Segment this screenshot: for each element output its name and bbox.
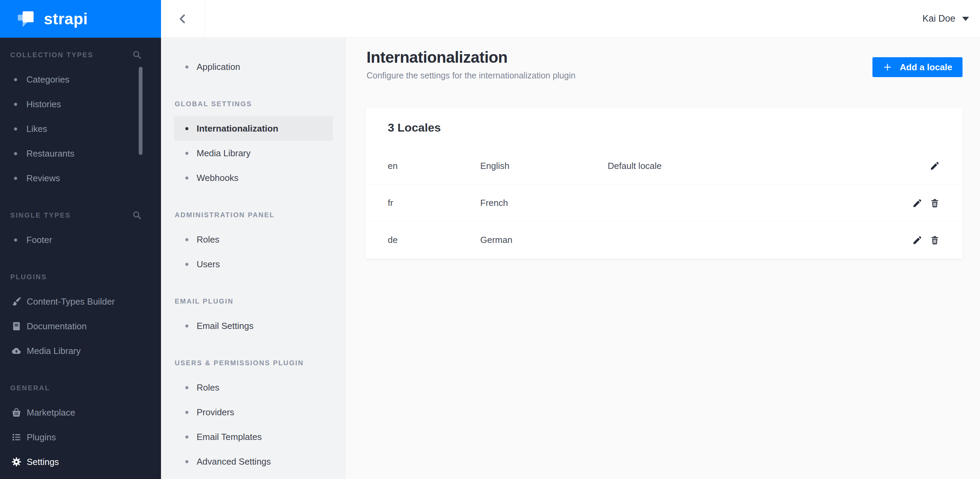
settings-nav-item-media-library[interactable]: Media Library — [174, 141, 333, 166]
bullet-icon — [14, 152, 17, 155]
locale-row-de: de German — [366, 221, 963, 258]
sidebar-item-content-types-builder[interactable]: Content-Types Builder — [0, 289, 161, 314]
sidebar-item-restaurants[interactable]: Restaurants — [0, 141, 161, 166]
delete-locale-button[interactable] — [929, 234, 940, 246]
section-header-collection-types: COLLECTION TYPES — [0, 43, 161, 67]
main-sidebar-nav: COLLECTION TYPES Categories Histories Li… — [0, 38, 161, 474]
settings-nav-item-up-email-templates[interactable]: Email Templates — [174, 425, 333, 449]
section-header-general: GENERAL — [0, 376, 161, 400]
settings-nav-header-users-permissions-plugin: USERS & PERMISSIONS PLUGIN — [161, 350, 346, 375]
bullet-icon — [185, 436, 188, 439]
strapi-logo[interactable]: strapi — [0, 0, 161, 38]
page-subtitle: Configure the settings for the internati… — [366, 71, 576, 81]
bullet-icon — [185, 386, 188, 389]
user-name: Kai Doe — [923, 13, 955, 24]
main-sidebar: strapi COLLECTION TYPES Categories Histo… — [0, 0, 161, 479]
sidebar-item-settings[interactable]: Settings — [0, 450, 161, 474]
sidebar-scrollbar-thumb[interactable] — [139, 67, 143, 155]
locale-name: English — [480, 161, 608, 171]
sidebar-item-documentation[interactable]: Documentation — [0, 314, 161, 339]
locale-code: de — [388, 235, 480, 245]
settings-nav-item-email-settings[interactable]: Email Settings — [174, 313, 333, 338]
cloud-upload-icon — [10, 345, 22, 357]
locale-name: French — [480, 198, 608, 208]
settings-nav-item-webhooks[interactable]: Webhooks — [174, 166, 333, 190]
settings-nav-item-internationalization[interactable]: Internationalization — [174, 116, 333, 141]
brush-icon — [10, 295, 22, 308]
settings-nav-header-administration-panel: ADMINISTRATION PANEL — [161, 202, 346, 227]
sidebar-item-footer[interactable]: Footer — [0, 228, 161, 252]
caret-down-icon — [962, 17, 969, 21]
strapi-logo-icon — [18, 11, 35, 27]
row-actions — [929, 160, 940, 172]
sidebar-item-media-library[interactable]: Media Library — [0, 339, 161, 363]
settings-nav-item-admin-roles[interactable]: Roles — [174, 227, 333, 252]
settings-nav-item-up-advanced-settings[interactable]: Advanced Settings — [174, 449, 333, 474]
list-icon — [10, 431, 22, 443]
bullet-icon — [14, 78, 17, 81]
row-actions — [912, 234, 940, 246]
sidebar-item-likes[interactable]: Likes — [0, 116, 161, 141]
settings-nav-item-application[interactable]: Application — [174, 54, 333, 79]
settings-nav-header-global-settings: GLOBAL SETTINGS — [161, 91, 346, 116]
sidebar-item-histories[interactable]: Histories — [0, 92, 161, 116]
locale-name: German — [480, 235, 608, 245]
bullet-icon — [185, 411, 188, 414]
main-content: Internationalization Configure the setti… — [346, 38, 980, 479]
top-header: Kai Doe — [161, 0, 980, 38]
sidebar-item-plugins[interactable]: Plugins — [0, 425, 161, 450]
plus-icon — [883, 62, 892, 72]
add-locale-button[interactable]: Add a locale — [872, 57, 963, 77]
edit-locale-button[interactable] — [929, 160, 940, 172]
settings-nav-item-up-roles[interactable]: Roles — [174, 375, 333, 400]
search-icon[interactable] — [132, 210, 142, 220]
settings-nav-header-email-plugin: EMAIL PLUGIN — [161, 289, 346, 313]
bullet-icon — [185, 127, 188, 130]
chevron-left-icon — [177, 13, 189, 25]
settings-nav-item-admin-users[interactable]: Users — [174, 252, 333, 277]
sidebar-item-categories[interactable]: Categories — [0, 67, 161, 92]
back-button[interactable] — [161, 0, 205, 37]
locale-code: en — [388, 161, 480, 171]
bullet-icon — [185, 152, 188, 155]
locale-row-fr: fr French — [366, 185, 963, 221]
section-header-single-types: SINGLE TYPES — [0, 203, 161, 228]
gear-icon — [10, 456, 22, 468]
book-icon — [10, 320, 22, 333]
locales-card-title: 3 Locales — [388, 121, 441, 134]
delete-locale-button[interactable] — [929, 197, 940, 209]
bullet-icon — [14, 239, 17, 242]
sidebar-item-marketplace[interactable]: Marketplace — [0, 400, 161, 425]
edit-locale-button[interactable] — [912, 234, 923, 246]
user-menu[interactable]: Kai Doe — [923, 0, 969, 37]
brand-name: strapi — [44, 10, 88, 28]
search-icon[interactable] — [132, 50, 142, 60]
bullet-icon — [185, 65, 188, 68]
locale-code: fr — [388, 198, 480, 208]
locale-default-label: Default locale — [608, 161, 929, 171]
bullet-icon — [185, 238, 188, 241]
bullet-icon — [14, 127, 17, 130]
page-title: Internationalization — [366, 48, 508, 67]
edit-locale-button[interactable] — [912, 197, 923, 209]
settings-nav-item-up-providers[interactable]: Providers — [174, 400, 333, 425]
bullet-icon — [185, 177, 188, 180]
locales-table: en English Default locale fr French — [366, 147, 963, 258]
row-actions — [912, 197, 940, 209]
basket-icon — [10, 406, 22, 419]
bullet-icon — [14, 103, 17, 106]
bullet-icon — [185, 460, 188, 463]
sidebar-item-reviews[interactable]: Reviews — [0, 166, 161, 191]
bullet-icon — [14, 177, 17, 180]
bullet-icon — [185, 325, 188, 328]
bullet-icon — [185, 263, 188, 266]
settings-nav: Application GLOBAL SETTINGS Internationa… — [161, 38, 346, 479]
locales-card: 3 Locales en English Default locale fr F… — [366, 108, 963, 259]
locale-row-en: en English Default locale — [366, 147, 963, 185]
section-header-plugins: PLUGINS — [0, 264, 161, 289]
